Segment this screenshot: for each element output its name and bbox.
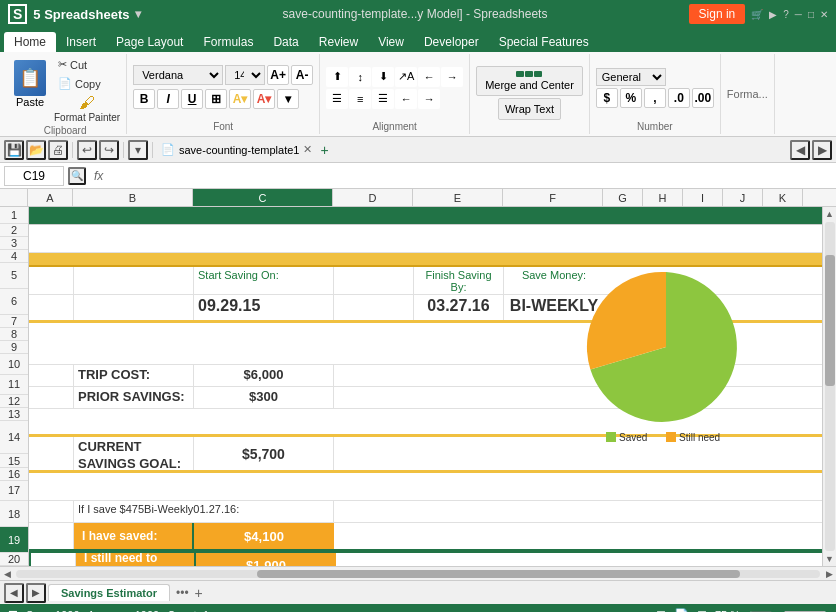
col-header-j[interactable]: J (723, 189, 763, 206)
align-center-button[interactable]: ≡ (349, 89, 371, 109)
col-header-i[interactable]: I (683, 189, 723, 206)
cell-reference[interactable]: C19 (4, 166, 64, 186)
restore-icon[interactable]: □ (808, 9, 814, 20)
row-20[interactable]: 20 (0, 553, 28, 566)
col-header-g[interactable]: G (603, 189, 643, 206)
scroll-right-button[interactable]: ▶ (812, 140, 832, 160)
close-tab-button[interactable]: ✕ (303, 143, 312, 156)
help-icon[interactable]: ? (783, 9, 789, 20)
bold-button[interactable]: B (133, 89, 155, 109)
scroll-left-button[interactable]: ◀ (790, 140, 810, 160)
scroll-left-arrow[interactable]: ◀ (0, 567, 14, 581)
row-10[interactable]: 10 (0, 354, 28, 374)
open-button[interactable]: 📂 (26, 140, 46, 160)
close-icon[interactable]: ✕ (820, 9, 828, 20)
row-13[interactable]: 13 (0, 408, 28, 421)
row-1[interactable]: 1 (0, 207, 28, 224)
align-right-button[interactable]: ☰ (372, 89, 394, 109)
col-header-f[interactable]: F (503, 189, 603, 206)
sheet-view-page[interactable]: 📄 (674, 608, 689, 612)
tab-review[interactable]: Review (309, 32, 368, 52)
more-sheets-button[interactable]: ••• (176, 586, 189, 600)
col-header-h[interactable]: H (643, 189, 683, 206)
align-left-button[interactable]: ☰ (326, 89, 348, 109)
col-header-a[interactable]: A (28, 189, 73, 206)
comma-button[interactable]: , (644, 88, 666, 108)
row-3[interactable]: 3 (0, 237, 28, 250)
prev-sheet-button[interactable]: ◀ (4, 583, 24, 603)
fill-color-button[interactable]: A▾ (229, 89, 251, 109)
highlight-button[interactable]: ▾ (277, 89, 299, 109)
copy-button[interactable]: 📄 Copy (54, 75, 120, 92)
sheet-view-break[interactable]: ⊡ (697, 608, 707, 612)
col-header-e[interactable]: E (413, 189, 503, 206)
scroll-down-arrow[interactable]: ▼ (823, 552, 836, 566)
tab-formulas[interactable]: Formulas (193, 32, 263, 52)
tab-home[interactable]: Home (4, 32, 56, 52)
align-middle-button[interactable]: ↕ (349, 67, 371, 87)
add-tab-button[interactable]: + (320, 142, 328, 158)
ltr-button[interactable]: → (418, 89, 440, 109)
row-11[interactable]: 11 (0, 375, 28, 395)
percent-button[interactable]: % (620, 88, 642, 108)
toolbar-dropdown[interactable]: ▾ (128, 140, 148, 160)
minimize-icon[interactable]: ─ (795, 9, 802, 20)
currency-button[interactable]: $ (596, 88, 618, 108)
tab-insert[interactable]: Insert (56, 32, 106, 52)
row-5[interactable]: 5 (0, 263, 28, 289)
wrap-text-button[interactable]: Wrap Text (498, 98, 561, 120)
row-15[interactable]: 15 (0, 454, 28, 467)
print-button[interactable]: 🖨 (48, 140, 68, 160)
row-2[interactable]: 2 (0, 224, 28, 237)
tab-page-layout[interactable]: Page Layout (106, 32, 193, 52)
merge-center-button[interactable]: Merge and Center (476, 66, 583, 96)
row-6[interactable]: 6 (0, 289, 28, 315)
col-header-k[interactable]: K (763, 189, 803, 206)
row-8[interactable]: 8 (0, 328, 28, 341)
italic-button[interactable]: I (157, 89, 179, 109)
tab-data[interactable]: Data (263, 32, 308, 52)
rtl-button[interactable]: ← (395, 89, 417, 109)
paste-button[interactable]: 📋 Paste (10, 56, 50, 112)
decrease-font-button[interactable]: A- (291, 65, 313, 85)
row-14[interactable]: 14 (0, 421, 28, 454)
shopping-cart-icon[interactable]: 🛒 (751, 9, 763, 20)
row-12[interactable]: 12 (0, 395, 28, 408)
row-9[interactable]: 9 (0, 341, 28, 354)
dec-dec-button[interactable]: .00 (692, 88, 714, 108)
tab-special-features[interactable]: Special Features (489, 32, 599, 52)
row-16[interactable]: 16 (0, 468, 28, 481)
tab-view[interactable]: View (368, 32, 414, 52)
sign-in-button[interactable]: Sign in (689, 4, 746, 24)
zoom-slider[interactable] (748, 607, 828, 612)
row-7[interactable]: 7 (0, 315, 28, 328)
formula-input[interactable]: =MAX(0,EventCost-SavingsToDate) (111, 167, 832, 185)
font-family-select[interactable]: Verdana (133, 65, 223, 85)
number-format-select[interactable]: General (596, 68, 666, 86)
cut-button[interactable]: ✂ Cut (54, 56, 120, 73)
sheet-tab-savings-estimator[interactable]: Savings Estimator (48, 584, 170, 601)
row-4[interactable]: 4 (0, 250, 28, 263)
scroll-thumb-v[interactable] (825, 255, 835, 387)
share-icon[interactable]: ▶ (769, 9, 777, 20)
tab-developer[interactable]: Developer (414, 32, 489, 52)
sheet-view-normal[interactable]: ⊞ (656, 608, 666, 612)
next-sheet-button[interactable]: ▶ (26, 583, 46, 603)
redo-button[interactable]: ↪ (99, 140, 119, 160)
col-header-b[interactable]: B (73, 189, 193, 206)
text-orient-button[interactable]: ↗A (395, 67, 417, 87)
scroll-up-arrow[interactable]: ▲ (823, 207, 836, 221)
row-17[interactable]: 17 (0, 481, 28, 501)
underline-button[interactable]: U (181, 89, 203, 109)
font-size-select[interactable]: 14 (225, 65, 265, 85)
vertical-scrollbar[interactable]: ▲ ▼ (822, 207, 836, 566)
dec-inc-button[interactable]: .0 (668, 88, 690, 108)
format-painter-button[interactable]: 🖌 Format Painter (54, 94, 120, 123)
col-header-c[interactable]: C (193, 189, 333, 206)
col-header-d[interactable]: D (333, 189, 413, 206)
indent-inc-button[interactable]: → (441, 67, 463, 87)
scroll-thumb-h[interactable] (257, 570, 739, 578)
zoom-icon[interactable]: 🔍 (68, 167, 86, 185)
save-button[interactable]: 💾 (4, 140, 24, 160)
increase-font-button[interactable]: A+ (267, 65, 289, 85)
